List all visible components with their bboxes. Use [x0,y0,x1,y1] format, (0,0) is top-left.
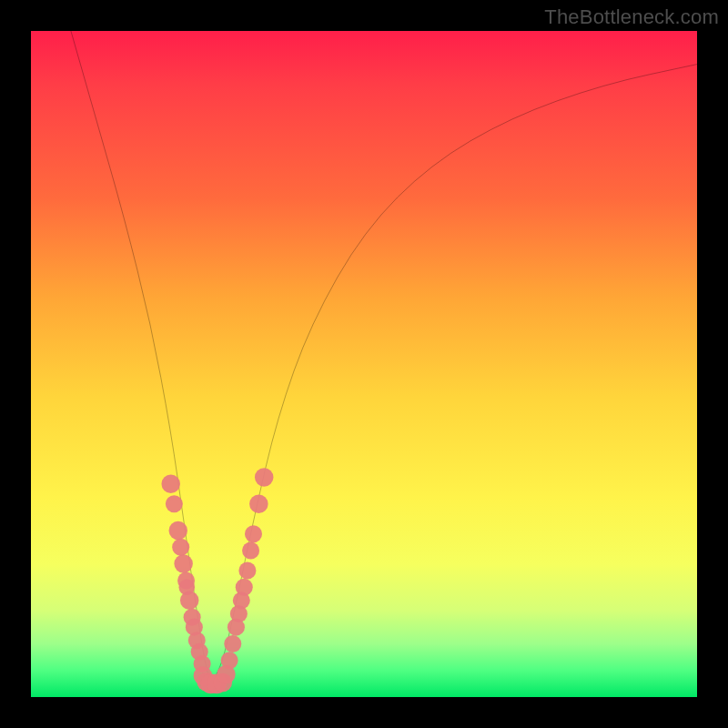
scatter-point [236,579,253,596]
scatter-point [172,539,189,556]
scatter-point [174,554,192,572]
scatter-point [249,494,268,512]
scatter-point [161,475,179,493]
scatter-group [161,468,273,693]
chart-frame: TheBottleneck.com [0,0,728,728]
scatter-point [238,561,256,579]
scatter-point [255,468,273,486]
watermark-text: TheBottleneck.com [544,5,719,29]
scatter-point [166,495,183,512]
scatter-point [221,652,238,669]
bottleneck-curve [71,31,697,679]
scatter-point [242,541,259,559]
chart-overlay [31,31,697,697]
scatter-point [245,525,262,542]
scatter-point [169,521,187,540]
scatter-point [224,635,241,652]
scatter-point [180,592,198,610]
